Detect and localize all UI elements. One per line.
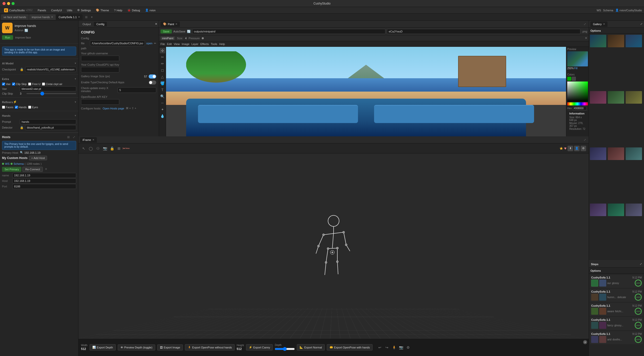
config-tab-close[interactable]: ✕ xyxy=(155,22,157,26)
camera-btn-2[interactable]: 📷 xyxy=(398,345,404,350)
gallery-item-7[interactable] xyxy=(590,147,606,160)
hosts-more-btn[interactable]: ⤢ xyxy=(72,135,76,139)
civitai-check[interactable] xyxy=(42,83,45,86)
paint-canvas[interactable] xyxy=(166,47,566,136)
hands-check[interactable] xyxy=(15,106,18,109)
vae-input[interactable] xyxy=(20,86,76,91)
openrouter-input[interactable] xyxy=(81,99,119,105)
tab-improve-hands[interactable]: improve hands ✕ xyxy=(29,14,56,20)
vae-check[interactable] xyxy=(2,83,5,86)
tab-improve-hands-close[interactable]: ✕ xyxy=(51,16,53,18)
save-button[interactable]: Save xyxy=(160,29,172,33)
host-port-input[interactable] xyxy=(12,184,76,189)
hue-slider[interactable] xyxy=(567,102,588,105)
iframe-lock-tool[interactable]: 🔒 xyxy=(109,146,115,151)
tab-expand-btn[interactable]: ⊞ xyxy=(84,15,89,19)
tool-eraser[interactable]: ◻ xyxy=(160,67,165,73)
run-button[interactable]: Run xyxy=(2,35,13,40)
iframe-cage-tool[interactable]: ⊞ xyxy=(116,146,122,151)
clip-skip-slider[interactable] xyxy=(26,93,76,94)
undo-btn[interactable]: ↩ xyxy=(377,345,383,350)
iframe-figure-tool[interactable]: ⚇ xyxy=(95,146,101,151)
filename-input[interactable] xyxy=(387,29,580,34)
fill-label[interactable]: Fill xyxy=(574,67,578,70)
menu-image[interactable]: Image xyxy=(182,43,189,46)
gallery-item-8[interactable] xyxy=(608,147,624,160)
gallery-item-4[interactable] xyxy=(590,91,606,104)
tool-select[interactable]: ⊹ xyxy=(160,48,165,53)
set-primary-button[interactable]: Set Primary xyxy=(2,167,21,172)
iframe-sphere-tool[interactable]: ◯ xyxy=(88,146,94,151)
tool-fill[interactable]: 🪣 xyxy=(160,81,165,86)
output-path-input[interactable] xyxy=(192,29,385,34)
open-hosts-button[interactable]: Open Hosts page xyxy=(103,107,124,110)
checkpoint-input[interactable] xyxy=(25,67,76,72)
gallery-item-12[interactable] xyxy=(626,204,642,216)
utils-menu[interactable]: Utils xyxy=(65,8,74,12)
steps-expand-btn[interactable]: ⤢ xyxy=(640,262,642,266)
help-menu[interactable]: ? Help xyxy=(112,8,124,12)
tool-magic[interactable]: ✦ xyxy=(160,107,165,112)
host-host-input[interactable] xyxy=(12,178,76,183)
hands-expand[interactable]: ▾ xyxy=(75,114,76,117)
paint-expand-btn[interactable]: ⤢ xyxy=(583,22,587,26)
figure-btn[interactable]: 🧍 xyxy=(391,345,397,350)
settings-btn-2[interactable]: ⚙ xyxy=(405,345,411,350)
tab-output[interactable]: Output xyxy=(80,22,93,26)
eyes-checkbox[interactable]: Eyes xyxy=(28,106,38,109)
comfyui-menu[interactable]: ComfyUI xyxy=(49,8,64,12)
hex-input[interactable] xyxy=(573,106,587,110)
menu-layer[interactable]: Layer xyxy=(191,43,198,46)
redo-btn[interactable]: ↪ xyxy=(384,345,390,350)
color-picker[interactable] xyxy=(567,82,588,102)
user-menu[interactable]: 👤 rvion xyxy=(143,8,158,12)
export-depth-button[interactable]: 📊 Export Depth xyxy=(90,344,116,350)
toolbar-close-btn[interactable]: ✕ xyxy=(583,340,587,344)
free-u-check[interactable] xyxy=(28,83,31,86)
tool-shapes[interactable]: △ xyxy=(160,74,165,80)
check-update-input[interactable] xyxy=(118,87,156,93)
menu-help[interactable]: Help xyxy=(219,43,225,46)
gallery-item-9[interactable] xyxy=(626,147,642,160)
color-swatch[interactable] xyxy=(567,77,571,81)
export-canny-button[interactable]: ⚡ Export Canny xyxy=(246,344,273,350)
add-host-button[interactable]: + Add Host xyxy=(29,156,47,160)
gallery-item-2[interactable] xyxy=(608,35,624,47)
export-normal-button[interactable]: 📐 Export Normal xyxy=(297,344,325,350)
iframe-tab-close[interactable]: ✕ xyxy=(92,138,94,141)
depth-slider[interactable] xyxy=(275,347,295,351)
download-icon[interactable]: ⬇ xyxy=(568,146,573,151)
extra-expand[interactable]: ▾ xyxy=(75,77,76,81)
menu-tools[interactable]: Tools xyxy=(211,43,217,46)
tab-gallery[interactable]: Gallery ✕ xyxy=(590,21,608,27)
tab-more-btn[interactable]: ▾ xyxy=(90,15,94,19)
tool-crop[interactable]: ✂ xyxy=(160,54,165,60)
gallery-tab-close[interactable]: ✕ xyxy=(603,23,605,25)
tab-config[interactable]: Config xyxy=(94,22,107,26)
typecheck-toggle[interactable] xyxy=(149,81,156,85)
iframe-expand-btn[interactable]: ⤢ xyxy=(583,138,587,142)
clip-skip-checkbox[interactable]: Clip Skip xyxy=(12,83,27,86)
eyes-check[interactable] xyxy=(28,106,31,109)
gallery-size-toggle[interactable] xyxy=(149,74,156,78)
tab-cushy-sofa[interactable]: CushySofa 1.1 ✕ xyxy=(56,14,83,20)
gallery-item-11[interactable] xyxy=(608,204,624,216)
debug-menu[interactable]: 🐞 Debug xyxy=(125,8,142,12)
config-edit-icon[interactable]: ✏ xyxy=(154,42,156,45)
ai-model-expand[interactable]: ▾ xyxy=(75,62,76,65)
paint-tab-close[interactable]: ✕ xyxy=(175,23,177,25)
gallery-item-10[interactable] xyxy=(590,204,606,216)
user-profile[interactable]: 👤 rvion/CushyStudio xyxy=(615,9,642,12)
export-openpose-no-hands-button[interactable]: 🧍 Export OpenPose without hands xyxy=(185,344,235,350)
clip-skip-check[interactable] xyxy=(12,83,15,86)
refiners-expand[interactable]: ▾ xyxy=(75,100,76,104)
minimize-window-button[interactable] xyxy=(7,2,10,5)
panels-menu[interactable]: Panels xyxy=(36,8,48,12)
hands-checkbox[interactable]: Hands xyxy=(15,106,27,109)
tool-text[interactable]: T xyxy=(160,87,165,93)
tool-brush[interactable]: ✏ xyxy=(160,61,165,66)
config-open-btn[interactable]: open xyxy=(146,42,152,45)
tab-paint[interactable]: 🎨 Paint ✕ xyxy=(160,21,180,27)
tool-zoom[interactable]: 🔍 xyxy=(160,94,165,99)
menu-effects[interactable]: Effects xyxy=(200,43,209,46)
